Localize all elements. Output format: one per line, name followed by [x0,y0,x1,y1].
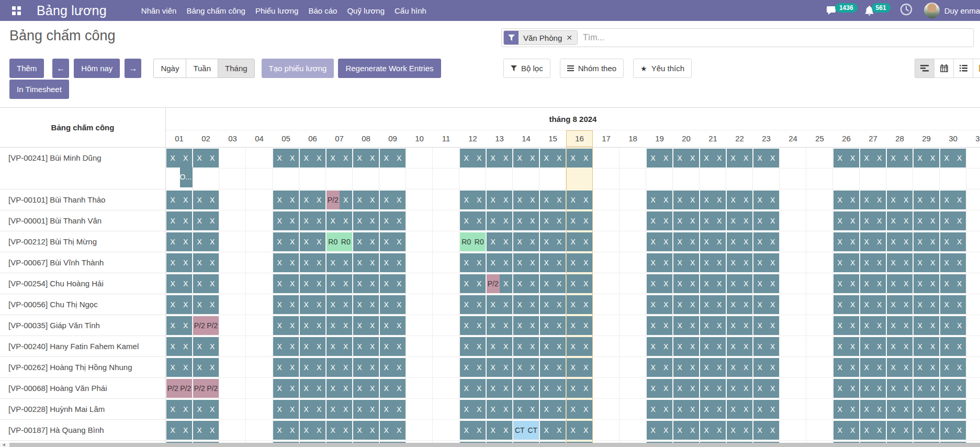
half-day-cell-X[interactable]: X [740,358,753,377]
half-day-cell-X[interactable]: X [313,253,326,272]
gantt-cell-day-8[interactable]: XX [353,421,379,440]
half-day-cell-P2[interactable]: P/2 [193,379,206,398]
gantt-cell-day-5[interactable]: XX [273,253,299,272]
half-day-cell-X[interactable]: X [353,149,366,167]
half-day-cell-X[interactable]: X [713,442,726,443]
gantt-cell-day-8[interactable]: XX [353,232,379,251]
half-day-cell-X[interactable]: X [366,191,379,209]
gantt-cell-day-20[interactable]: XX [673,191,699,209]
half-day-cell-X[interactable]: X [206,421,219,440]
half-day-cell-X[interactable]: X [740,316,753,335]
gantt-cell-day-23[interactable]: XX [753,379,779,398]
half-day-cell-X[interactable]: X [713,274,726,293]
half-day-cell-X[interactable]: X [513,274,526,293]
gantt-cell-day-2[interactable]: XX [193,337,219,356]
gantt-cell-day-6[interactable]: XX [300,295,325,314]
gantt-cell-day-9[interactable]: XX [380,149,405,167]
menu-reports[interactable]: Báo cáo [308,1,337,20]
half-day-cell-X[interactable]: X [353,421,366,440]
half-day-cell-X[interactable]: X [473,191,486,209]
gantt-cell-day-1[interactable]: XX [166,316,192,335]
half-day-cell-X[interactable]: X [553,253,566,272]
half-day-cell-X[interactable]: X [513,211,526,230]
half-day-cell-X[interactable]: X [727,232,740,251]
gantt-cell-day-22[interactable]: XX [727,232,752,251]
half-day-cell-X[interactable]: X [193,191,206,209]
half-day-cell-X[interactable]: X [526,337,539,356]
half-day-cell-X[interactable]: X [366,253,379,272]
gantt-cell-day-8[interactable]: XX [353,274,379,293]
gantt-cell-day-16[interactable]: XX [567,421,592,440]
half-day-cell-X[interactable]: X [927,316,940,335]
half-day-cell-X[interactable]: X [500,358,513,377]
gantt-cell-day-30[interactable]: XX [940,442,966,443]
half-day-cell-P2[interactable]: P/2 [206,316,219,335]
gantt-cell-day-6[interactable]: XX [300,421,325,440]
gantt-cell-day-19[interactable]: XX [647,253,672,272]
half-day-cell-X[interactable]: X [300,232,313,251]
gantt-cell-day-23[interactable]: XX [753,442,779,443]
gantt-cell-day-12[interactable]: XX [460,211,486,230]
gantt-cell-day-8[interactable]: XX [353,211,379,230]
half-day-cell-X[interactable]: X [767,191,780,209]
half-day-cell-X[interactable]: X [393,274,406,293]
scale-week-button[interactable]: Tuần [186,59,218,78]
half-day-cell-X[interactable]: X [393,191,406,209]
half-day-cell-X[interactable]: X [166,191,179,209]
gantt-cell-day-7[interactable]: P/2X [326,191,352,209]
half-day-cell-X[interactable]: X [553,337,566,356]
prev-period-button[interactable]: ← [52,59,69,78]
half-day-cell-X[interactable]: X [353,400,366,419]
half-day-cell-X[interactable]: X [340,400,353,419]
gantt-cell-day-21[interactable]: XX [700,337,726,356]
half-day-cell-X[interactable]: X [380,379,393,398]
gantt-cell-day-12[interactable]: XX [460,442,486,443]
gantt-cell-day-6[interactable]: XX [300,253,325,272]
half-day-cell-P2[interactable]: P/2 [193,316,206,335]
half-day-cell-X[interactable]: X [727,337,740,356]
half-day-cell-X[interactable]: X [326,295,340,314]
half-day-cell-X[interactable]: X [927,358,940,377]
gantt-cell-day-12[interactable]: R0R0 [460,232,486,251]
half-day-cell-X[interactable]: X [914,421,927,440]
gantt-cell-day-27[interactable]: XX [860,211,886,230]
gantt-cell-day-6[interactable]: XX [300,232,325,251]
half-day-cell-X[interactable]: X [553,149,566,167]
half-day-cell-X[interactable]: X [179,337,193,356]
half-day-cell-X[interactable]: X [700,295,713,314]
half-day-cell-X[interactable]: X [647,295,660,314]
half-day-cell-X[interactable]: X [286,421,299,440]
half-day-cell-X[interactable]: X [500,421,513,440]
gantt-cell-day-6[interactable]: XX [300,316,325,335]
half-day-cell-X[interactable]: X [179,274,193,293]
half-day-cell-R0[interactable]: R0 [460,232,473,251]
gantt-cell-day-6[interactable]: XX [300,149,325,167]
gantt-cell-day-13[interactable]: XX [487,379,512,398]
half-day-cell-X[interactable]: X [713,421,726,440]
half-day-cell-X[interactable]: X [487,191,500,209]
half-day-cell-X[interactable]: X [900,149,913,167]
half-day-cell-X[interactable]: X [767,253,780,272]
gantt-cell-day-21[interactable]: XX [700,274,726,293]
gantt-cell-day-14[interactable]: XX [513,400,539,419]
half-day-cell-X[interactable]: X [740,274,753,293]
gantt-cell-day-28[interactable]: XX [887,421,913,440]
gantt-cell-day-9[interactable]: XX [380,211,405,230]
gantt-cell-day-6[interactable]: XX [300,358,325,377]
half-day-cell-X[interactable]: X [686,358,700,377]
half-day-cell-X[interactable]: X [927,442,940,443]
half-day-cell-X[interactable]: X [673,316,686,335]
half-day-cell-P2[interactable]: P/2 [179,379,193,398]
gantt-cell-day-27[interactable]: XX [860,295,886,314]
gantt-cell-day-9[interactable]: XX [380,253,405,272]
gantt-cell-day-20[interactable]: XX [673,295,699,314]
gantt-cell-day-5[interactable]: XX [273,191,299,209]
half-day-cell-X[interactable]: X [940,400,953,419]
half-day-cell-X[interactable]: X [567,232,580,251]
half-day-cell-X[interactable]: X [927,379,940,398]
filters-button[interactable]: Bộ lọc [503,59,550,78]
half-day-cell-X[interactable]: X [366,149,379,167]
half-day-cell-X[interactable]: X [553,358,566,377]
half-day-cell-X[interactable]: X [487,295,500,314]
gantt-cell-day-19[interactable]: XX [647,191,672,209]
